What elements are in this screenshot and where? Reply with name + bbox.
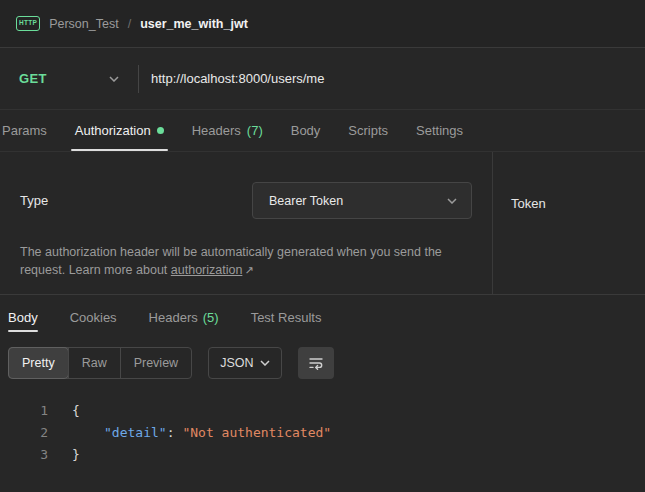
text-wrap-icon (308, 355, 324, 371)
authorization-type-column: Type Bearer Token The authorization head… (0, 152, 493, 294)
tab-headers-count: (7) (247, 123, 263, 138)
app-window: HTTP Person_Test / user_me_with_jwt GET … (0, 0, 645, 492)
json-string-value: "Not authenticated" (182, 425, 331, 440)
tab-body[interactable]: Body (277, 110, 335, 151)
line-number: 2 (0, 422, 48, 444)
response-tab-cookies[interactable]: Cookies (70, 295, 117, 339)
response-tab-cookies-label: Cookies (70, 310, 117, 325)
request-tabs: Params Authorization Headers (7) Body Sc… (0, 110, 645, 152)
line-number: 1 (0, 400, 48, 422)
tab-settings-label: Settings (416, 123, 463, 138)
auth-type-row: Type Bearer Token (20, 182, 472, 219)
auth-token-label: Token (511, 196, 546, 211)
authorization-docs-link[interactable]: authorization (171, 263, 243, 277)
response-tab-headers-label: Headers (149, 310, 198, 325)
tab-scripts[interactable]: Scripts (334, 110, 402, 151)
response-tab-body-label: Body (8, 310, 38, 325)
breadcrumb-bar: HTTP Person_Test / user_me_with_jwt (0, 0, 645, 48)
view-raw-label: Raw (82, 356, 107, 370)
url-input[interactable] (139, 71, 645, 86)
auth-help-text: The authorization header will be automat… (20, 243, 472, 279)
tab-authorization-label: Authorization (75, 123, 151, 138)
line-number: 3 (0, 444, 48, 466)
chevron-down-icon (260, 360, 270, 366)
breadcrumb-request-name[interactable]: user_me_with_jwt (140, 17, 248, 31)
method-label: GET (19, 71, 47, 86)
json-property: "detail":"Not authenticated" (48, 422, 331, 444)
authorization-configured-dot (157, 127, 164, 134)
tab-headers[interactable]: Headers (7) (178, 110, 277, 151)
response-tab-headers[interactable]: Headers (5) (149, 295, 219, 339)
external-link-icon: ↗ (244, 264, 253, 276)
response-view-switch: Pretty Raw Preview (8, 347, 192, 379)
breadcrumb-separator: / (128, 17, 131, 31)
tab-body-label: Body (291, 123, 321, 138)
auth-type-label: Type (20, 193, 48, 208)
response-format-dropdown[interactable]: JSON (208, 347, 282, 379)
chevron-down-icon (447, 198, 457, 204)
response-body-json[interactable]: 1 { 2 "detail":"Not authenticated" 3 } (0, 387, 645, 466)
view-raw-button[interactable]: Raw (68, 348, 120, 378)
json-open-brace: { (48, 400, 80, 422)
tab-params[interactable]: Params (0, 110, 61, 151)
response-tabs: Body Cookies Headers (5) Test Results (0, 295, 645, 339)
chevron-down-icon (109, 76, 119, 82)
auth-token-column: Token (493, 152, 645, 294)
auth-type-dropdown[interactable]: Bearer Token (252, 182, 472, 219)
tab-settings[interactable]: Settings (402, 110, 477, 151)
response-tab-test-results-label: Test Results (251, 310, 322, 325)
response-tab-headers-count: (5) (203, 310, 219, 325)
json-key: "detail" (104, 425, 167, 440)
code-line-2: 2 "detail":"Not authenticated" (0, 422, 645, 444)
tab-headers-label: Headers (192, 123, 241, 138)
view-pretty-label: Pretty (22, 356, 55, 370)
code-line-3: 3 } (0, 444, 645, 466)
request-url-row: GET (0, 48, 645, 110)
response-toolbar: Pretty Raw Preview JSON (0, 339, 645, 387)
view-preview-label: Preview (134, 356, 178, 370)
authorization-panel: Type Bearer Token The authorization head… (0, 152, 645, 295)
code-line-1: 1 { (0, 400, 645, 422)
breadcrumb-collection[interactable]: Person_Test (49, 17, 118, 31)
json-colon: : (167, 425, 175, 440)
auth-type-value: Bearer Token (269, 194, 343, 208)
view-preview-button[interactable]: Preview (120, 348, 191, 378)
tab-params-label: Params (2, 123, 47, 138)
tab-authorization[interactable]: Authorization (61, 110, 178, 151)
response-tab-body[interactable]: Body (8, 295, 38, 339)
response-tab-test-results[interactable]: Test Results (251, 295, 322, 339)
json-close-brace: } (48, 444, 80, 466)
response-format-value: JSON (220, 356, 253, 370)
method-select[interactable]: GET (0, 48, 138, 109)
view-pretty-button[interactable]: Pretty (9, 348, 68, 378)
wrap-lines-button[interactable] (298, 347, 334, 379)
http-protocol-icon: HTTP (16, 16, 40, 31)
tab-scripts-label: Scripts (348, 123, 388, 138)
